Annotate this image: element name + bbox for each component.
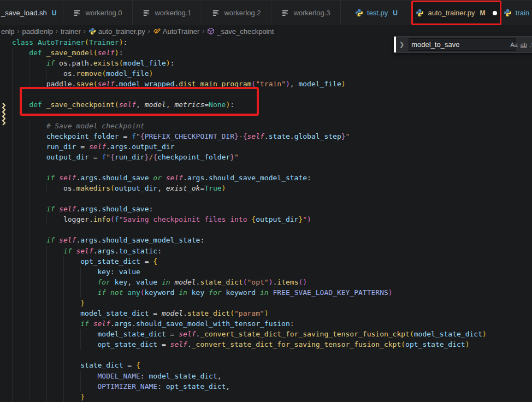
indent-guide: [29, 214, 29, 224]
indent-guide: [46, 308, 47, 318]
code-line: if self.args.to_static:: [12, 246, 487, 256]
breadcrumb-item-paddlenlp[interactable]: paddlenlp: [22, 27, 53, 36]
code-line: opt_state_dict = self._convert_state_dic…: [12, 339, 487, 350]
indent-guide: [80, 339, 81, 350]
whole-word-button[interactable]: ab: [521, 42, 527, 48]
breadcrumb-item-enlp[interactable]: enlp: [1, 27, 15, 36]
indent-guide: [46, 277, 47, 287]
indent-guide: [80, 381, 81, 392]
dirty-indicator-icon[interactable]: [493, 11, 497, 15]
indent-guide: [29, 224, 29, 235]
tab--save-load-sh[interactable]: _save_load.shU: [0, 1, 63, 25]
indent-guide: [29, 152, 29, 162]
indent-guide: [12, 173, 13, 183]
indent-guide: [29, 381, 29, 392]
code-line: model_state_dict = self._convert_state_d…: [12, 329, 487, 339]
tab-test-py[interactable]: test.pyU: [341, 1, 412, 25]
indent-guide: [12, 318, 13, 329]
tab-auto-trainer-py[interactable]: auto_trainer.pyM: [412, 1, 501, 25]
indent-guide: [12, 277, 13, 287]
indent-guide: [46, 68, 47, 79]
tab-workerlog-1[interactable]: workerlog.1: [133, 1, 202, 25]
breadcrumb-separator-icon: ›: [56, 27, 58, 35]
code-line-blank: [12, 224, 487, 235]
indent-guide: [12, 58, 13, 68]
indent-guide: [29, 131, 29, 141]
editor-tab-bar: _save_load.shUworkerlog.0workerlog.1work…: [0, 0, 532, 25]
breadcrumb-item-autotrainer[interactable]: AutoTrainer: [153, 27, 199, 36]
indent-guide: [80, 287, 81, 298]
indent-guide: [29, 329, 29, 339]
breadcrumb-item--save-checkpoint[interactable]: _save_checkpoint: [207, 27, 274, 36]
symbol-method-icon: [207, 27, 215, 35]
indent-guide: [29, 371, 29, 381]
regex-button[interactable]: .*: [530, 42, 532, 48]
indent-guide: [46, 183, 47, 193]
indent-guide: [46, 214, 47, 224]
indent-guide: [63, 256, 64, 267]
indent-guide: [12, 48, 13, 58]
git-status-badge: M: [480, 9, 486, 17]
indent-guide: [46, 329, 47, 339]
indent-guide: [12, 381, 13, 392]
code-content: class AutoTrainer(Trainer): def _save_mo…: [12, 37, 487, 402]
match-case-button[interactable]: Aa: [510, 42, 517, 48]
indent-guide: [63, 371, 64, 381]
breadcrumb-item-trainer[interactable]: trainer: [61, 27, 81, 36]
code-line: state_dict = {: [12, 360, 487, 370]
breadcrumb-separator-icon: ›: [84, 27, 86, 35]
indent-guide: [12, 110, 13, 121]
indent-guide: [12, 298, 13, 308]
breadcrumb-item-auto-trainer-py[interactable]: auto_trainer.py: [88, 27, 145, 36]
find-input-box: Aa ab .*: [409, 38, 516, 51]
indent-guide: [12, 141, 13, 152]
indent-guide: [12, 267, 13, 277]
breadcrumb-label: paddlenlp: [22, 27, 53, 36]
tab-workerlog-2[interactable]: workerlog.2: [202, 1, 271, 25]
git-status-badge: U: [393, 9, 398, 17]
indent-guide: [29, 141, 29, 152]
python-file-icon: [504, 9, 512, 17]
code-line-blank: [12, 110, 487, 121]
code-line: # Save model checkpoint: [12, 121, 487, 131]
indent-guide: [63, 298, 64, 308]
indent-guide: [46, 350, 47, 360]
indent-guide: [12, 68, 13, 79]
find-widget-sash[interactable]: [394, 37, 396, 52]
indent-guide: [12, 287, 13, 298]
tab-label: train: [516, 9, 529, 17]
indent-guide: [46, 287, 47, 298]
indent-guide: [29, 298, 29, 308]
tab-workerlog-3[interactable]: workerlog.3: [271, 1, 341, 25]
code-line-blank: [12, 350, 487, 360]
find-input[interactable]: [411, 40, 507, 49]
indent-guide: [46, 246, 47, 256]
find-replace-toggle-chevron-icon[interactable]: ❯: [399, 41, 404, 48]
python-file-icon: [88, 27, 96, 35]
indent-guide: [12, 214, 13, 224]
code-line-blank: [12, 193, 487, 204]
log-file-icon: [281, 9, 289, 17]
indent-guide: [46, 381, 47, 392]
code-line: if os.path.exists(model_file):: [12, 58, 487, 68]
indent-guide: [12, 131, 13, 141]
tab-train[interactable]: train: [501, 1, 532, 25]
indent-guide: [12, 152, 13, 162]
indent-guide: [12, 162, 13, 173]
indent-guide: [46, 339, 47, 350]
indent-guide: [63, 277, 64, 287]
code-line: output_dir = f"{run_dir}/{checkpoint_fol…: [12, 152, 487, 162]
indent-guide: [63, 308, 64, 318]
find-widget: ❯ Aa ab .*: [394, 36, 532, 53]
indent-guide: [12, 308, 13, 318]
indent-guide: [12, 235, 13, 245]
python-file-icon: [355, 9, 363, 17]
code-line: logger.info(f"Saving checkpoinit files i…: [12, 214, 487, 224]
tab-workerlog-0[interactable]: workerlog.0: [63, 1, 133, 25]
indent-guide: [46, 298, 47, 308]
code-editor[interactable]: class AutoTrainer(Trainer): def _save_mo…: [0, 37, 532, 402]
indent-guide: [29, 235, 29, 245]
code-line: if self.args.should_save:: [12, 204, 487, 214]
indent-guide: [12, 256, 13, 267]
indent-guide: [12, 339, 13, 350]
